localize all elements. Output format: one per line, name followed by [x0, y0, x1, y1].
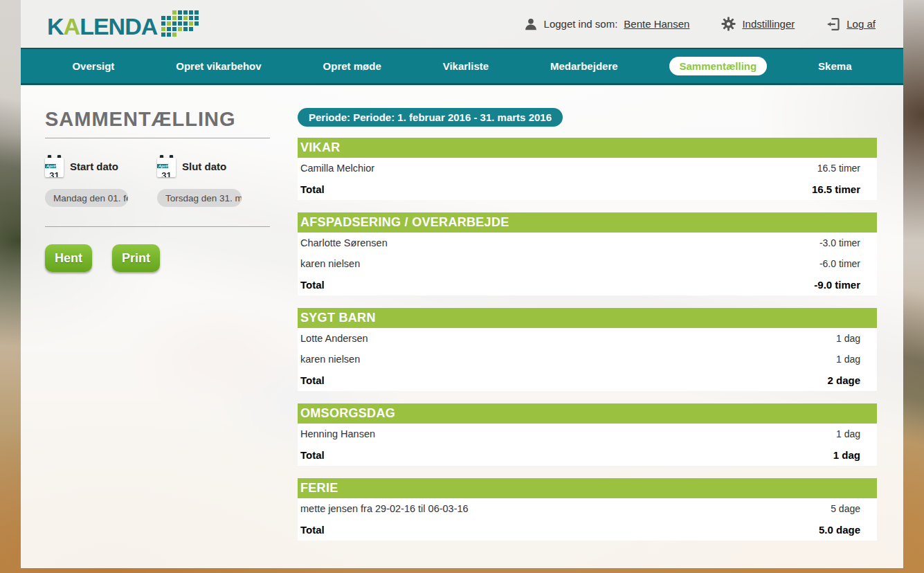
summary-section: AFSPADSERING / OVERARBEJDE Charlotte Sør… [298, 212, 877, 295]
summary-section: FERIE mette jensen fra 29-02-16 til 06-0… [298, 478, 877, 540]
section-header: AFSPADSERING / OVERARBEJDE [298, 212, 877, 233]
logged-in-item: Logget ind som: Bente Hansen [524, 17, 690, 31]
total-label: Total [300, 449, 325, 461]
row-value: -3.0 timer [819, 237, 860, 248]
nav-item-oversigt[interactable]: Oversigt [62, 57, 125, 75]
summary-section: SYGT BARN Lotte Andersen 1 dag karen nie… [298, 308, 877, 391]
nav-item-opret-m-de[interactable]: Opret møde [313, 57, 392, 75]
sidebar-divider [45, 138, 270, 138]
section-rows: Camilla Melchior 16.5 timer [298, 158, 877, 179]
row-name: karen nielsen [300, 354, 360, 365]
section-header: OMSORGSDAG [298, 403, 877, 424]
gear-icon [721, 17, 736, 31]
top-header: KALENDA Logget ind som: Bente Hansen [21, 0, 903, 48]
logo-squares-icon [161, 10, 199, 37]
row-value: 5 dage [831, 503, 860, 514]
nav-item-samment-lling[interactable]: Sammentælling [669, 57, 768, 75]
section-rows: Charlotte Sørensen -3.0 timer karen niel… [298, 233, 877, 274]
total-row: Total 2 dage [298, 370, 877, 391]
period-badge: Periode: Periode: 1. februar 2016 - 31. … [298, 108, 563, 127]
summary-section: VIKAR Camilla Melchior 16.5 timer Total … [298, 138, 877, 200]
end-date-label: Slut dato [182, 161, 226, 172]
row-value: 1 dag [836, 333, 860, 344]
section-rows: Henning Hansen 1 dag [298, 424, 877, 444]
hent-button[interactable]: Hent [45, 244, 92, 272]
row-value: 16.5 timer [817, 163, 860, 174]
app-window: KALENDA Logget ind som: Bente Hansen [21, 0, 903, 568]
total-value: -9.0 timer [814, 279, 860, 291]
section-header: SYGT BARN [298, 308, 877, 328]
total-row: Total 1 dag [298, 444, 877, 466]
row-name: Charlotte Sørensen [300, 237, 388, 248]
total-label: Total [300, 183, 325, 195]
row-value: -6.0 timer [819, 258, 860, 269]
end-date-input[interactable]: Torsdag den 31. ma [157, 189, 242, 207]
summary-section: OMSORGSDAG Henning Hansen 1 dag Total 1 … [298, 403, 877, 466]
table-row: Charlotte Sørensen -3.0 timer [298, 233, 877, 253]
nav-item-skema[interactable]: Skema [808, 57, 862, 75]
nav-item-opret-vikarbehov[interactable]: Opret vikarbehov [165, 57, 271, 75]
table-row: karen nielsen -6.0 timer [298, 253, 877, 274]
total-row: Total 5.0 dage [298, 519, 877, 540]
sidebar-divider [45, 226, 270, 227]
logged-in-user-link[interactable]: Bente Hansen [624, 18, 689, 30]
logout-link[interactable]: Log af [846, 18, 876, 30]
section-rows: Lotte Andersen 1 dag karen nielsen 1 dag [298, 328, 877, 370]
nav-item-vikarliste[interactable]: Vikarliste [433, 57, 499, 75]
user-icon [524, 17, 538, 31]
section-header: VIKAR [298, 138, 877, 158]
summary-sections: VIKAR Camilla Melchior 16.5 timer Total … [298, 138, 877, 540]
sidebar: SAMMENTÆLLING April31 Start dato Mandag … [45, 108, 270, 568]
row-name: Camilla Melchior [300, 163, 374, 174]
total-label: Total [300, 279, 325, 291]
start-date-label: Start dato [70, 161, 118, 172]
calendar-icon: April31 [45, 155, 64, 177]
nav-item-medarbejdere[interactable]: Medarbejdere [540, 57, 628, 75]
print-button[interactable]: Print [112, 244, 160, 272]
row-name: mette jensen fra 29-02-16 til 06-03-16 [300, 503, 469, 514]
content-area: SAMMENTÆLLING April31 Start dato Mandag … [21, 85, 903, 568]
total-value: 1 dag [833, 449, 860, 461]
page-title: SAMMENTÆLLING [45, 108, 270, 131]
total-value: 2 dage [827, 374, 860, 386]
logout-icon [826, 17, 840, 31]
section-header: FERIE [298, 478, 877, 498]
total-value: 16.5 timer [812, 183, 860, 195]
row-value: 1 dag [836, 354, 860, 365]
row-name: Henning Hansen [300, 428, 375, 439]
table-row: mette jensen fra 29-02-16 til 06-03-16 5… [298, 498, 877, 519]
total-row: Total 16.5 timer [298, 179, 877, 200]
header-right: Logget ind som: Bente Hansen [524, 17, 876, 31]
start-date-group: April31 Start dato Mandag den 01. feb [45, 155, 157, 207]
total-value: 5.0 dage [819, 524, 860, 536]
logged-in-label: Logget ind som: [544, 18, 618, 30]
table-row: karen nielsen 1 dag [298, 349, 877, 370]
date-pickers: April31 Start dato Mandag den 01. feb Ap… [45, 155, 270, 207]
main-nav: OversigtOpret vikarbehovOpret mødeVikarl… [21, 48, 903, 85]
action-buttons: Hent Print [45, 244, 270, 272]
total-label: Total [300, 524, 325, 536]
logout-item: Log af [826, 17, 876, 31]
section-rows: mette jensen fra 29-02-16 til 06-03-16 5… [298, 498, 877, 519]
settings-link[interactable]: Indstillinger [742, 18, 795, 30]
total-row: Total -9.0 timer [298, 274, 877, 295]
row-name: karen nielsen [300, 258, 360, 269]
row-value: 1 dag [836, 428, 860, 439]
total-label: Total [300, 374, 325, 386]
calendar-icon: April31 [157, 155, 176, 177]
row-name: Lotte Andersen [300, 333, 368, 344]
table-row: Henning Hansen 1 dag [298, 424, 877, 444]
summary-main: Periode: Periode: 1. februar 2016 - 31. … [298, 108, 877, 568]
kalenda-logo[interactable]: KALENDA [47, 10, 199, 37]
end-date-group: April31 Slut dato Torsdag den 31. ma [157, 155, 269, 207]
start-date-input[interactable]: Mandag den 01. feb [45, 189, 128, 207]
logo-text: KALENDA [47, 16, 157, 37]
table-row: Camilla Melchior 16.5 timer [298, 158, 877, 179]
table-row: Lotte Andersen 1 dag [298, 328, 877, 349]
settings-item: Indstillinger [721, 17, 795, 31]
